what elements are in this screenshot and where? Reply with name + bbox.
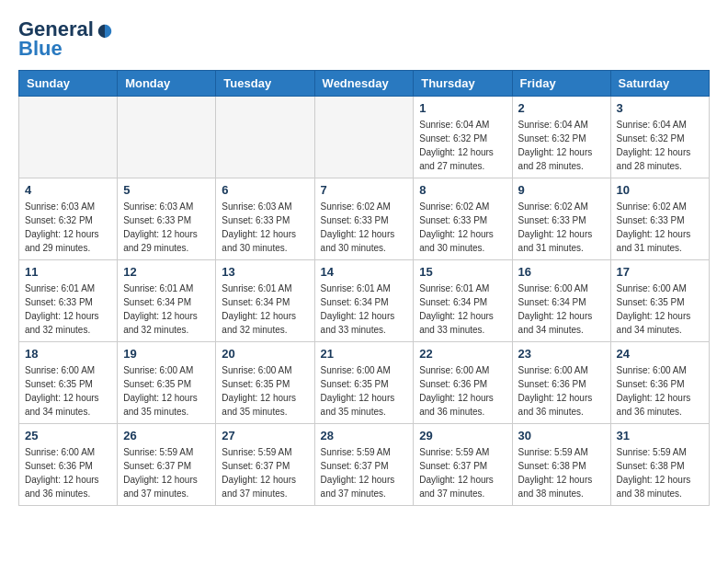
week-row-1: 1Sunrise: 6:04 AMSunset: 6:32 PMDaylight… [19, 97, 710, 178]
day-number: 1 [419, 101, 506, 115]
day-number: 23 [518, 347, 605, 361]
day-number: 6 [222, 183, 308, 197]
weekday-header-friday: Friday [512, 71, 610, 97]
calendar-cell: 14Sunrise: 6:01 AMSunset: 6:34 PMDayligh… [314, 260, 414, 342]
day-number: 14 [321, 265, 408, 279]
day-number: 28 [321, 429, 408, 442]
calendar-cell: 7Sunrise: 6:02 AMSunset: 6:33 PMDaylight… [314, 178, 414, 260]
day-number: 17 [617, 265, 703, 279]
calendar-cell [118, 97, 216, 178]
calendar-cell: 6Sunrise: 6:03 AMSunset: 6:33 PMDaylight… [216, 178, 314, 260]
day-number: 26 [123, 429, 210, 442]
calendar-cell: 15Sunrise: 6:01 AMSunset: 6:34 PMDayligh… [414, 260, 512, 342]
day-number: 15 [419, 265, 506, 279]
day-info: Sunrise: 6:00 AMSunset: 6:35 PMDaylight:… [321, 363, 408, 419]
day-number: 27 [222, 429, 308, 442]
calendar-table: SundayMondayTuesdayWednesdayThursdayFrid… [18, 70, 710, 506]
day-info: Sunrise: 6:00 AMSunset: 6:35 PMDaylight:… [222, 363, 308, 419]
weekday-header-row: SundayMondayTuesdayWednesdayThursdayFrid… [19, 71, 710, 97]
day-number: 4 [25, 183, 111, 197]
calendar-cell: 1Sunrise: 6:04 AMSunset: 6:32 PMDaylight… [414, 97, 512, 178]
calendar-header: SundayMondayTuesdayWednesdayThursdayFrid… [19, 71, 710, 97]
calendar-cell: 3Sunrise: 6:04 AMSunset: 6:32 PMDaylight… [610, 97, 709, 178]
page-header: General Blue [18, 18, 710, 61]
calendar-cell [216, 97, 314, 178]
day-info: Sunrise: 6:02 AMSunset: 6:33 PMDaylight:… [518, 200, 605, 255]
calendar-cell: 12Sunrise: 6:01 AMSunset: 6:34 PMDayligh… [118, 260, 216, 342]
week-row-5: 25Sunrise: 6:00 AMSunset: 6:36 PMDayligh… [19, 424, 710, 506]
day-info: Sunrise: 6:00 AMSunset: 6:35 PMDaylight:… [123, 363, 210, 419]
calendar-cell: 30Sunrise: 5:59 AMSunset: 6:38 PMDayligh… [512, 424, 610, 506]
calendar-cell: 31Sunrise: 5:59 AMSunset: 6:38 PMDayligh… [610, 424, 709, 506]
day-info: Sunrise: 5:59 AMSunset: 6:38 PMDaylight:… [518, 445, 605, 500]
day-info: Sunrise: 6:04 AMSunset: 6:32 PMDaylight:… [518, 118, 605, 173]
day-info: Sunrise: 6:00 AMSunset: 6:35 PMDaylight:… [25, 363, 111, 419]
weekday-header-tuesday: Tuesday [216, 71, 314, 97]
day-number: 29 [419, 429, 506, 442]
day-number: 7 [321, 183, 408, 197]
day-info: Sunrise: 6:01 AMSunset: 6:34 PMDaylight:… [419, 282, 506, 337]
day-number: 16 [518, 265, 605, 279]
day-info: Sunrise: 6:00 AMSunset: 6:36 PMDaylight:… [419, 363, 506, 419]
logo-icon [97, 22, 113, 39]
calendar-cell: 22Sunrise: 6:00 AMSunset: 6:36 PMDayligh… [414, 342, 512, 424]
day-info: Sunrise: 6:01 AMSunset: 6:34 PMDaylight:… [321, 282, 408, 337]
calendar-cell: 29Sunrise: 5:59 AMSunset: 6:37 PMDayligh… [414, 424, 512, 506]
day-number: 10 [617, 183, 703, 197]
calendar-cell: 18Sunrise: 6:00 AMSunset: 6:35 PMDayligh… [19, 342, 118, 424]
weekday-header-saturday: Saturday [610, 71, 709, 97]
day-info: Sunrise: 5:59 AMSunset: 6:37 PMDaylight:… [321, 445, 408, 500]
day-number: 18 [25, 347, 111, 361]
calendar-cell [19, 97, 118, 178]
day-info: Sunrise: 6:01 AMSunset: 6:33 PMDaylight:… [25, 282, 111, 337]
weekday-header-thursday: Thursday [414, 71, 512, 97]
day-number: 3 [617, 101, 703, 115]
week-row-4: 18Sunrise: 6:00 AMSunset: 6:35 PMDayligh… [19, 342, 710, 424]
day-number: 2 [518, 101, 605, 115]
day-info: Sunrise: 5:59 AMSunset: 6:37 PMDaylight:… [222, 445, 308, 500]
calendar-cell: 23Sunrise: 6:00 AMSunset: 6:36 PMDayligh… [512, 342, 610, 424]
calendar-cell: 24Sunrise: 6:00 AMSunset: 6:36 PMDayligh… [610, 342, 709, 424]
day-info: Sunrise: 6:00 AMSunset: 6:36 PMDaylight:… [25, 445, 111, 500]
calendar-cell: 5Sunrise: 6:03 AMSunset: 6:33 PMDaylight… [118, 178, 216, 260]
day-info: Sunrise: 6:01 AMSunset: 6:34 PMDaylight:… [123, 282, 210, 337]
logo: General Blue [18, 18, 113, 61]
day-number: 11 [25, 265, 111, 279]
day-info: Sunrise: 6:00 AMSunset: 6:36 PMDaylight:… [518, 363, 605, 419]
day-info: Sunrise: 6:01 AMSunset: 6:34 PMDaylight:… [222, 282, 308, 337]
day-number: 12 [123, 265, 210, 279]
day-info: Sunrise: 6:00 AMSunset: 6:34 PMDaylight:… [518, 282, 605, 337]
calendar-cell: 27Sunrise: 5:59 AMSunset: 6:37 PMDayligh… [216, 424, 314, 506]
calendar-cell: 10Sunrise: 6:02 AMSunset: 6:33 PMDayligh… [610, 178, 709, 260]
calendar-cell: 28Sunrise: 5:59 AMSunset: 6:37 PMDayligh… [314, 424, 414, 506]
calendar-cell: 9Sunrise: 6:02 AMSunset: 6:33 PMDaylight… [512, 178, 610, 260]
day-number: 21 [321, 347, 408, 361]
day-info: Sunrise: 5:59 AMSunset: 6:38 PMDaylight:… [617, 445, 703, 500]
day-info: Sunrise: 6:03 AMSunset: 6:33 PMDaylight:… [123, 200, 210, 255]
weekday-header-wednesday: Wednesday [314, 71, 414, 97]
day-info: Sunrise: 6:02 AMSunset: 6:33 PMDaylight:… [419, 200, 506, 255]
day-number: 19 [123, 347, 210, 361]
day-info: Sunrise: 6:02 AMSunset: 6:33 PMDaylight:… [617, 200, 703, 255]
weekday-header-monday: Monday [118, 71, 216, 97]
day-number: 5 [123, 183, 210, 197]
day-info: Sunrise: 6:04 AMSunset: 6:32 PMDaylight:… [419, 118, 506, 173]
day-number: 9 [518, 183, 605, 197]
day-info: Sunrise: 6:00 AMSunset: 6:35 PMDaylight:… [617, 282, 703, 337]
week-row-3: 11Sunrise: 6:01 AMSunset: 6:33 PMDayligh… [19, 260, 710, 342]
calendar-cell: 11Sunrise: 6:01 AMSunset: 6:33 PMDayligh… [19, 260, 118, 342]
day-info: Sunrise: 6:04 AMSunset: 6:32 PMDaylight:… [617, 118, 703, 173]
calendar-cell: 4Sunrise: 6:03 AMSunset: 6:32 PMDaylight… [19, 178, 118, 260]
day-info: Sunrise: 6:02 AMSunset: 6:33 PMDaylight:… [321, 200, 408, 255]
calendar-cell: 17Sunrise: 6:00 AMSunset: 6:35 PMDayligh… [610, 260, 709, 342]
day-number: 30 [518, 429, 605, 442]
day-number: 8 [419, 183, 506, 197]
calendar-cell: 19Sunrise: 6:00 AMSunset: 6:35 PMDayligh… [118, 342, 216, 424]
weekday-header-sunday: Sunday [19, 71, 118, 97]
calendar-cell: 13Sunrise: 6:01 AMSunset: 6:34 PMDayligh… [216, 260, 314, 342]
calendar-cell: 20Sunrise: 6:00 AMSunset: 6:35 PMDayligh… [216, 342, 314, 424]
calendar-cell: 21Sunrise: 6:00 AMSunset: 6:35 PMDayligh… [314, 342, 414, 424]
day-number: 24 [617, 347, 703, 361]
day-number: 31 [617, 429, 703, 442]
day-number: 22 [419, 347, 506, 361]
